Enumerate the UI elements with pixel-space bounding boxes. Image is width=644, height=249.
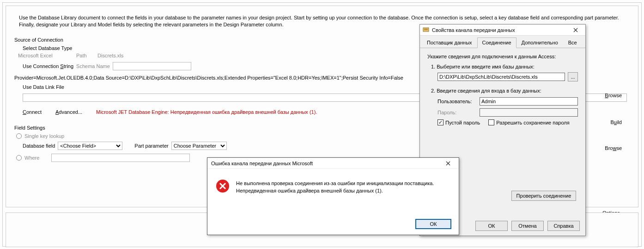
props-help-button[interactable]: Справка: [547, 221, 580, 231]
props-dialog-buttons: ОК Отмена Справка: [475, 221, 580, 231]
schema-name-input[interactable]: [113, 62, 191, 70]
password-label: Пароль:: [437, 110, 477, 115]
err-body: Не выполнена проверка соединения из-за о…: [207, 169, 459, 199]
build-button[interactable]: Build: [611, 119, 622, 125]
schema-name-label: Schema Name: [76, 63, 110, 69]
props-tabs: Поставщик данных Соединение Дополнительн…: [420, 36, 585, 48]
ms-excel-label: Microsoft Excel: [18, 53, 73, 58]
single-key-radio[interactable]: [16, 133, 22, 139]
empty-password-checkbox[interactable]: [437, 119, 444, 125]
path-value: Discrets.xls: [97, 53, 123, 58]
props-title-bar: Свойства канала передачи данных: [420, 25, 585, 36]
props-body: Укажите сведения для подключения к данны…: [420, 48, 585, 134]
error-icon: [216, 179, 230, 193]
where-label: Where: [24, 155, 39, 161]
err-ok-button[interactable]: ОК: [415, 219, 451, 229]
error-dialog: Ошибка канала передачи данных Microsoft …: [207, 157, 459, 235]
props-step1: 1. Выберите или введите имя базы данных:: [427, 64, 578, 69]
tab-all[interactable]: Все: [563, 37, 582, 48]
path-label: Path: [76, 53, 95, 58]
use-datalink-file-label: Use Data Link File: [23, 84, 64, 90]
err-close-icon[interactable]: [441, 159, 455, 168]
err-button-row: ОК: [415, 219, 451, 229]
db-field-select[interactable]: <Choose Field>: [58, 142, 122, 150]
db-name-input[interactable]: [437, 73, 565, 81]
err-title-bar: Ошибка канала передачи данных Microsoft: [207, 158, 459, 169]
save-password-checkbox[interactable]: [488, 119, 494, 125]
props-hint: Укажите сведения для подключения к данны…: [427, 54, 578, 59]
save-password-label: Разрешить сохранение пароля: [496, 120, 569, 125]
user-label: Пользователь:: [437, 99, 477, 104]
err-title-text: Ошибка канала передачи данных Microsoft: [211, 161, 441, 166]
tab-provider[interactable]: Поставщик данных: [422, 37, 477, 48]
use-connection-string-label: Use Connection String: [23, 63, 73, 69]
part-param-select[interactable]: Choose Parameter: [171, 142, 227, 150]
props-cancel-button[interactable]: Отмена: [511, 221, 544, 231]
browse-button-1[interactable]: Browse: [605, 93, 622, 98]
connect-button[interactable]: Connect: [23, 109, 42, 115]
data-source-icon: [423, 27, 429, 33]
svg-rect-2: [424, 30, 428, 30]
user-input[interactable]: [480, 97, 578, 106]
browse-button-2[interactable]: Browse: [605, 145, 622, 151]
close-icon[interactable]: [569, 25, 583, 35]
browse-db-button[interactable]: ...: [568, 72, 578, 81]
advanced-button[interactable]: Advanced...: [55, 109, 82, 115]
props-title-text: Свойства канала передачи данных: [432, 27, 569, 33]
test-connection-button[interactable]: Проверить соединение: [511, 191, 576, 201]
single-key-label: Single key lookup: [24, 133, 64, 139]
tab-connection[interactable]: Соединение: [477, 37, 516, 48]
connection-error-text: Microsoft JET Database Engine: Непредвид…: [96, 109, 317, 115]
password-input[interactable]: [480, 108, 578, 117]
empty-password-label: Пустой пароль: [445, 120, 480, 125]
tab-advanced[interactable]: Дополнительно: [516, 37, 563, 48]
db-field-label: Database field: [23, 143, 55, 149]
connection-string-text: Provider=Microsoft.Jet.OLEDB.4.0;Data So…: [14, 75, 403, 81]
err-message: Не выполнена проверка соединения из-за о…: [236, 179, 450, 195]
svg-rect-1: [424, 29, 428, 29]
select-db-type-label: Select Database Type: [23, 45, 72, 51]
where-input[interactable]: [51, 154, 190, 162]
where-radio[interactable]: [16, 155, 22, 161]
props-step2: 2. Введите сведения для входа в базу дан…: [427, 88, 578, 93]
part-param-label: Part parameter: [134, 143, 168, 149]
props-ok-button[interactable]: ОК: [475, 221, 508, 231]
